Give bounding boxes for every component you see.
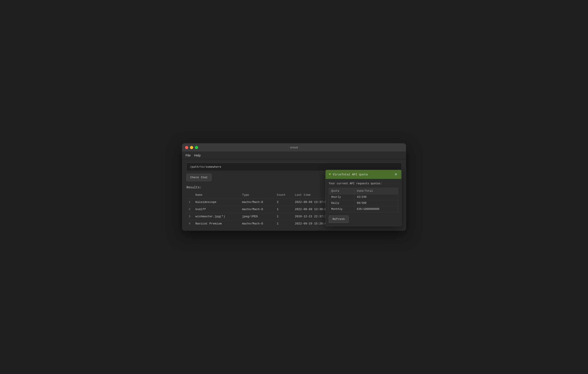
cell-count: 1 bbox=[274, 206, 293, 213]
quota-table: Quota Used/Total Hourly42/240Daily68/500… bbox=[329, 188, 398, 212]
quota-col-value: Used/Total bbox=[355, 188, 398, 194]
quota-cell-name: Hourly bbox=[329, 194, 355, 200]
cell-count: 1 bbox=[274, 213, 293, 220]
menu-help[interactable]: Help bbox=[194, 154, 201, 157]
maximize-button[interactable] bbox=[195, 146, 198, 149]
cell-type: macho/Mach-O bbox=[240, 206, 274, 213]
popup-subtitle: Your current API requests quotas: bbox=[329, 182, 398, 185]
popup-body: Your current API requests quotas: Quota … bbox=[326, 179, 401, 226]
cell-num: 4 bbox=[187, 220, 193, 227]
quota-header-row: Quota Used/Total bbox=[329, 188, 398, 194]
cell-name: ksdiff bbox=[193, 206, 240, 213]
triangle-icon bbox=[329, 173, 331, 175]
cell-count: 1 bbox=[274, 220, 293, 227]
cell-num: 3 bbox=[187, 213, 193, 220]
window-title: vt-kvd bbox=[290, 146, 298, 149]
traffic-lights bbox=[185, 146, 198, 149]
quota-cell-name: Monthly bbox=[329, 206, 355, 212]
quota-cell-value: 68/500 bbox=[355, 200, 398, 206]
cell-num: 2 bbox=[187, 206, 193, 213]
col-header-type: Type bbox=[240, 192, 274, 199]
col-header-name: Name bbox=[193, 192, 240, 199]
close-button[interactable] bbox=[185, 146, 188, 149]
cell-count: 2 bbox=[274, 199, 293, 206]
quota-cell-value: 626/1000000000 bbox=[355, 206, 398, 212]
quota-row: Monthly626/1000000000 bbox=[329, 206, 398, 212]
popup-close-button[interactable]: ✕ bbox=[393, 172, 398, 177]
cell-type: macho/Mach-O bbox=[240, 220, 274, 227]
menu-file[interactable]: File bbox=[186, 154, 191, 157]
cell-name: wishmaster.jpg(*) bbox=[193, 213, 240, 220]
menu-bar: File Help bbox=[182, 152, 406, 159]
popup-title-container: VirusTotal API quota bbox=[329, 173, 368, 176]
quota-cell-value: 42/240 bbox=[355, 194, 398, 200]
quota-col-name: Quota bbox=[329, 188, 355, 194]
check-button[interactable]: Check that bbox=[187, 174, 211, 181]
minimize-button[interactable] bbox=[190, 146, 193, 149]
quota-row: Daily68/500 bbox=[329, 200, 398, 206]
app-window: vt-kvd File Help Check that Results: Nam… bbox=[182, 143, 406, 231]
cell-name: Kaleidoscope bbox=[193, 199, 240, 206]
refresh-button[interactable]: Refresh bbox=[329, 215, 349, 223]
cell-num: 1 bbox=[187, 199, 193, 206]
quota-cell-name: Daily bbox=[329, 200, 355, 206]
col-header-count: Count bbox=[274, 192, 293, 199]
col-header-num bbox=[187, 192, 193, 199]
cell-type: macho/Mach-O bbox=[240, 199, 274, 206]
quota-popup: VirusTotal API quota ✕ Your current API … bbox=[325, 170, 401, 226]
popup-title: VirusTotal API quota bbox=[333, 173, 368, 176]
quota-row: Hourly42/240 bbox=[329, 194, 398, 200]
cell-type: jpeg/JPEG bbox=[240, 213, 274, 220]
cell-name: Navicat Premium bbox=[193, 220, 240, 227]
title-bar: vt-kvd bbox=[182, 143, 406, 152]
popup-header: VirusTotal API quota ✕ bbox=[326, 170, 401, 179]
